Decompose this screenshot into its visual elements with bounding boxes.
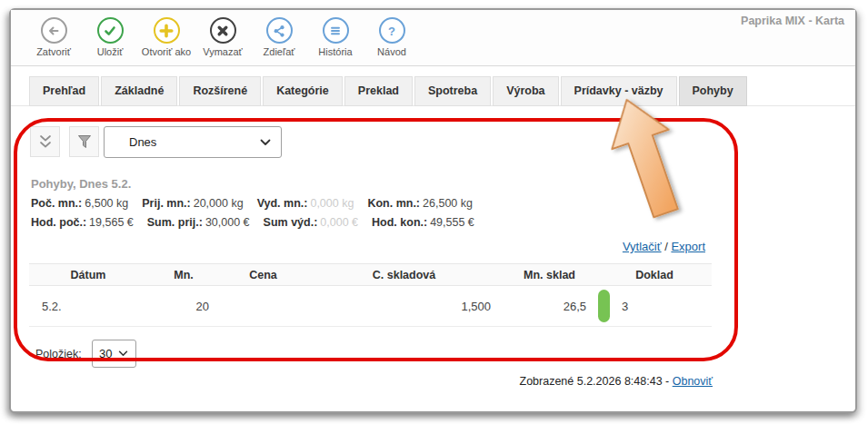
toolbar-button-navod[interactable]: ?Návod <box>364 17 420 57</box>
toolbar-button-label: Uložiť <box>97 46 124 57</box>
status-line: Zobrazené 5.2.2026 8:48:43 - Obnoviť <box>520 375 713 388</box>
stat-label: Vyd. mn.: <box>257 197 308 210</box>
doklad-value: 3 <box>622 300 628 313</box>
stat-value: 19,565 € <box>89 216 134 229</box>
stat-label: Kon. mn.: <box>367 197 420 210</box>
filter-button[interactable] <box>69 126 99 157</box>
svg-text:?: ? <box>388 24 395 37</box>
stat-value: 20,000 kg <box>194 197 244 210</box>
tab-pridavky-vazby[interactable]: Prídavky - väzby <box>561 76 677 106</box>
toolbar-button-label: Otvoriť ako <box>142 46 191 57</box>
cell-c-skladova: 1,500 <box>306 300 502 313</box>
stat-prij-mn: Prij. mn.:20,000 kg <box>142 197 243 210</box>
status-text: Zobrazené 5.2.2026 8:48:43 - <box>520 375 673 388</box>
column-header-c-skladova: C. skladová <box>306 269 502 281</box>
tab-prehlad[interactable]: Prehľad <box>29 76 99 106</box>
arrow-left-icon <box>41 17 67 44</box>
arrow-annotation <box>571 87 725 237</box>
summary-row-values: Hod. poč.:19,565 €Sum. prij.:30,000 €Sum… <box>31 216 474 229</box>
toolbar-button-label: Zatvoriť <box>36 46 71 57</box>
funnel-icon <box>76 133 93 150</box>
items-per-page-value: 30 <box>99 347 112 360</box>
tab-rozsirene[interactable]: Rozšírené <box>179 76 261 106</box>
tab-pohyby[interactable]: Pohyby <box>679 76 747 106</box>
table-body: 5.2.201,50026,53 <box>29 286 712 327</box>
items-per-page-select[interactable]: 30 <box>92 340 136 368</box>
movements-table: DátumMn.CenaC. skladováMn. skladDoklad 5… <box>29 263 712 327</box>
check-icon <box>97 17 124 44</box>
stat-poc-mn: Poč. mn.:6,500 kg <box>31 197 128 210</box>
toolbar-button-zatvorit[interactable]: Zatvoriť <box>25 17 82 57</box>
stat-sum-vyd: Sum výd.:0,000 € <box>264 216 358 229</box>
expand-button[interactable] <box>30 126 60 157</box>
tab-spotreba[interactable]: Spotreba <box>414 76 491 106</box>
summary-row-quantities: Poč. mn.:6,500 kgPrij. mn.:20,000 kgVyd.… <box>31 197 473 210</box>
stat-label: Prij. mn.: <box>142 197 190 210</box>
toolbar-button-label: Vymazať <box>203 46 242 57</box>
stat-vyd-mn: Vyd. mn.:0,000 kg <box>257 197 354 210</box>
tab-kategorie[interactable]: Kategórie <box>263 76 343 106</box>
stat-label: Sum. prij.: <box>147 216 203 229</box>
app-window: ZatvoriťUložiťOtvoriť akoVymazaťZdieľaťH… <box>9 8 857 413</box>
column-header-doklad: Doklad <box>597 269 712 281</box>
toolbar-button-vymazat[interactable]: Vymazať <box>195 17 251 57</box>
tab-bar: PrehľadZákladnéRozšírenéKategóriePreklad… <box>29 76 747 106</box>
cell-datum: 5.2. <box>29 300 147 313</box>
stat-label: Sum výd.: <box>264 216 318 229</box>
stat-kon-mn: Kon. mn.:26,500 kg <box>367 197 473 210</box>
tab-vyroba[interactable]: Výroba <box>493 76 558 106</box>
column-header-mn: Mn. <box>147 269 220 281</box>
chevron-down-icon <box>260 139 271 146</box>
stat-label: Poč. mn.: <box>31 197 82 210</box>
items-per-page-label: Položiek: <box>35 348 82 360</box>
stat-value: 0,000 € <box>320 216 358 229</box>
toolbar-button-label: História <box>318 46 352 57</box>
double-chevron-down-icon <box>36 133 55 151</box>
stat-sum-prij: Sum. prij.:30,000 € <box>147 216 250 229</box>
chevron-down-icon <box>118 350 128 357</box>
column-header-mn-sklad: Mn. sklad <box>502 269 597 281</box>
stat-value: 6,500 kg <box>85 197 128 210</box>
stat-value: 26,500 kg <box>423 197 473 210</box>
stat-label: Hod. poč.: <box>31 216 86 229</box>
history-icon <box>323 17 349 44</box>
export-link[interactable]: Export <box>671 240 705 253</box>
share-icon <box>266 17 293 44</box>
toolbar-button-label: Zdieľať <box>264 46 295 57</box>
cell-doklad: 3 <box>597 290 712 322</box>
stat-hod-poc: Hod. poč.:19,565 € <box>31 216 134 229</box>
stat-value: 0,000 kg <box>310 197 354 210</box>
x-icon <box>210 17 236 44</box>
period-select-value: Dnes <box>129 135 156 149</box>
refresh-link[interactable]: Obnoviť <box>673 375 713 388</box>
table-row[interactable]: 5.2.201,50026,53 <box>29 286 712 327</box>
table-header-row: DátumMn.CenaC. skladováMn. skladDoklad <box>29 263 712 286</box>
stat-label: Hod. kon.: <box>372 216 427 229</box>
toolbar-button-otvorit-ako[interactable]: Otvoriť ako <box>138 17 195 57</box>
links-separator: / <box>662 240 672 253</box>
toolbar: ZatvoriťUložiťOtvoriť akoVymazaťZdieľaťH… <box>11 10 855 66</box>
print-export-links: Vytlačiť / Export <box>623 240 705 253</box>
column-header-datum: Dátum <box>29 269 147 281</box>
toolbar-button-label: Návod <box>377 46 406 57</box>
stat-value: 30,000 € <box>205 216 250 229</box>
cell-mn: 20 <box>147 300 220 313</box>
question-icon: ? <box>379 17 405 44</box>
section-title: Pohyby, Dnes 5.2. <box>31 177 131 191</box>
toolbar-button-ulozit[interactable]: Uložiť <box>82 17 138 57</box>
stat-value: 49,555 € <box>430 216 474 229</box>
toolbar-button-zdielat[interactable]: Zdieľať <box>251 17 307 57</box>
items-per-page: Položiek: 30 <box>35 340 136 368</box>
print-link[interactable]: Vytlačiť <box>623 240 662 253</box>
tab-zakladne[interactable]: Základné <box>101 76 177 106</box>
tab-preklad[interactable]: Preklad <box>344 76 413 106</box>
cell-mn-sklad: 26,5 <box>502 300 597 313</box>
movement-indicator-bar <box>598 290 610 322</box>
plus-icon <box>154 17 180 44</box>
column-header-cena: Cena <box>220 269 306 281</box>
stat-hod-kon: Hod. kon.:49,555 € <box>372 216 474 229</box>
toolbar-button-historia[interactable]: História <box>307 17 364 57</box>
period-select[interactable]: Dnes <box>104 126 282 158</box>
window-title: Paprika MIX - Karta <box>741 15 844 27</box>
